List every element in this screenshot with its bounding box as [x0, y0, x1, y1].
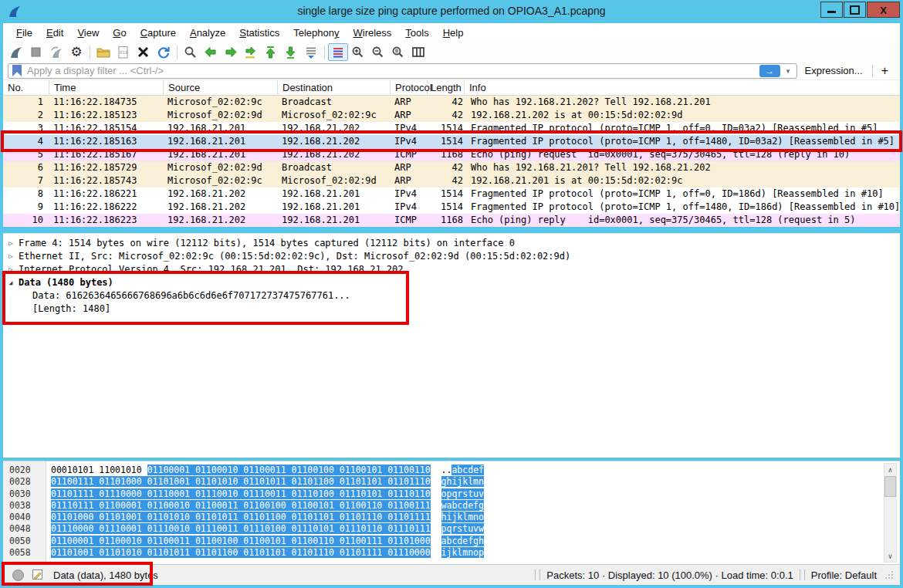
tree-expander-icon[interactable] — [3, 289, 19, 302]
filter-dropdown-button[interactable] — [783, 65, 794, 77]
scrollbar-thumb[interactable] — [884, 476, 896, 497]
column-header-destination[interactable]: Destination — [278, 80, 391, 95]
tree-expander-icon[interactable] — [3, 250, 19, 263]
display-filter-input[interactable] — [25, 64, 759, 77]
packet-row[interactable]: 4 11:16:22.185163 192.168.21.201 192.168… — [3, 135, 900, 148]
detail-line[interactable]: Data: 6162636465666768696a6b6c6d6e6f7071… — [3, 289, 900, 302]
column-header-no[interactable]: No. — [3, 80, 49, 95]
menu-item[interactable]: File — [9, 25, 39, 41]
apply-filter-button[interactable] — [759, 65, 780, 77]
byte-ascii[interactable]: ijklmnop — [431, 547, 484, 559]
save-file-button[interactable]: 010 — [113, 43, 134, 61]
go-to-bottom-button[interactable] — [281, 43, 301, 61]
packet-row[interactable]: 1 11:16:22.184735 Microsof_02:02:9c Broa… — [3, 96, 900, 109]
resize-columns-button[interactable] — [408, 43, 428, 61]
packet-row[interactable]: 5 11:16:22.185167 192.168.21.201 192.168… — [3, 148, 900, 161]
display-filter-field[interactable] — [8, 63, 797, 79]
byte-ascii[interactable]: abcdefgh — [431, 536, 484, 547]
zoom-normal-button[interactable] — [388, 43, 408, 61]
maximize-button[interactable] — [844, 2, 866, 18]
detail-line[interactable]: Frame 4: 1514 bytes on wire (12112 bits)… — [3, 237, 900, 250]
bytes-row[interactable]: 0038 01110111 01100001 01100010 01100011… — [3, 500, 900, 512]
colorize-packets-button[interactable] — [328, 43, 348, 61]
start-capture-button[interactable] — [6, 43, 26, 61]
tree-expander-icon[interactable] — [3, 276, 19, 289]
detail-line[interactable]: [Length: 1480] — [3, 302, 900, 316]
byte-ascii[interactable]: wabcdefg — [431, 500, 484, 512]
go-to-top-button[interactable] — [261, 43, 281, 61]
tree-expander-icon[interactable] — [3, 237, 19, 250]
packet-row[interactable]: 6 11:16:22.185729 Microsof_02:02:9d Broa… — [3, 161, 900, 174]
menu-item[interactable]: View — [70, 25, 106, 41]
packet-row[interactable]: 9 11:16:22.186222 192.168.21.202 192.168… — [3, 201, 900, 214]
titlebar[interactable]: single large size ping capture performed… — [0, 0, 903, 23]
go-to-packet-button[interactable] — [241, 43, 261, 61]
byte-ascii[interactable]: opqrstuv — [431, 488, 484, 500]
menu-item[interactable]: Edit — [39, 25, 70, 41]
byte-ascii[interactable]: pqrstuvw — [431, 523, 484, 535]
bytes-row[interactable]: 0040 01101000 01101001 01101010 01101011… — [3, 512, 900, 523]
stop-capture-button[interactable] — [26, 43, 46, 61]
byte-bits[interactable]: 01110111 01100001 01100010 01100011 0110… — [46, 500, 431, 512]
reload-file-button[interactable] — [154, 43, 174, 61]
menu-item[interactable]: Go — [106, 25, 133, 41]
capture-comment-icon[interactable] — [32, 569, 44, 581]
expert-info-icon[interactable] — [12, 569, 24, 581]
byte-bits[interactable]: 01100001 01100010 01100011 01100100 0110… — [46, 536, 431, 547]
menu-item[interactable]: Wireless — [347, 25, 399, 41]
close-button[interactable] — [867, 2, 900, 18]
bytes-row[interactable]: 0050 01100001 01100010 01100011 01100100… — [3, 536, 900, 547]
bytes-row[interactable]: 0058 01101001 01101010 01101011 01101100… — [3, 547, 900, 559]
byte-bits[interactable]: 00010101 11001010 01100001 01100010 0110… — [46, 465, 431, 476]
packet-row[interactable]: 8 11:16:22.186221 192.168.21.202 192.168… — [3, 188, 900, 201]
byte-bits[interactable]: 01101111 01110000 01110001 01110010 0111… — [46, 488, 431, 500]
tree-expander-icon[interactable] — [3, 263, 19, 276]
capture-options-button[interactable]: ⚙ — [66, 43, 86, 61]
detail-line[interactable]: Data (1480 bytes) — [3, 276, 900, 289]
filter-bookmark-icon[interactable] — [12, 65, 22, 76]
resize-grip[interactable] — [884, 570, 894, 580]
tree-expander-icon[interactable] — [3, 302, 19, 316]
status-profile[interactable]: Profile: Default — [811, 569, 877, 581]
byte-bits[interactable]: 01101001 01101010 01101011 01101100 0110… — [46, 547, 431, 559]
menu-item[interactable]: Tools — [398, 25, 435, 41]
menu-item[interactable]: Telephony — [286, 25, 346, 41]
add-filter-button[interactable]: + — [874, 64, 895, 78]
bytes-scrollbar[interactable] — [884, 463, 897, 563]
bytes-row[interactable]: 0030 01101111 01110000 01110001 01110010… — [3, 488, 900, 500]
zoom-in-button[interactable] — [348, 43, 368, 61]
menu-item[interactable]: Capture — [134, 25, 183, 41]
expression-button[interactable]: Expression... — [797, 65, 871, 76]
zoom-out-button[interactable] — [368, 43, 388, 61]
column-header-length[interactable]: Length — [428, 80, 465, 95]
menu-item[interactable]: Analyze — [183, 25, 232, 41]
close-file-button[interactable] — [134, 43, 154, 61]
byte-bits[interactable]: 01101000 01101001 01101010 01101011 0110… — [46, 512, 431, 523]
column-header-protocol[interactable]: Protocol — [391, 80, 428, 95]
auto-scroll-button[interactable] — [301, 43, 321, 61]
bytes-row[interactable]: 0048 01110000 01110001 01110010 01110011… — [3, 523, 900, 535]
detail-line[interactable]: Ethernet II, Src: Microsof_02:02:9c (00:… — [3, 250, 900, 263]
go-back-button[interactable] — [201, 43, 221, 61]
byte-bits[interactable]: 01110000 01110001 01110010 01110011 0111… — [46, 523, 431, 535]
restart-capture-button[interactable] — [46, 43, 66, 61]
byte-ascii[interactable]: hijklmno — [431, 512, 484, 523]
packet-row[interactable]: 2 11:16:22.185123 Microsof_02:02:9d Micr… — [3, 109, 900, 122]
packet-row[interactable]: 3 11:16:22.185154 192.168.21.201 192.168… — [3, 122, 900, 135]
packet-row[interactable]: 10 11:16:22.186223 192.168.21.202 192.16… — [3, 214, 900, 227]
open-file-button[interactable] — [93, 43, 113, 61]
byte-ascii[interactable]: ghijklmn — [431, 476, 484, 488]
go-forward-button[interactable] — [221, 43, 241, 61]
scroll-down-icon[interactable] — [884, 550, 896, 562]
packet-row[interactable]: 7 11:16:22.185743 Microsof_02:02:9c Micr… — [3, 174, 900, 188]
minimize-button[interactable] — [820, 2, 843, 18]
detail-line[interactable]: Internet Protocol Version 4, Src: 192.16… — [3, 263, 900, 276]
column-header-info[interactable]: Info — [465, 80, 900, 95]
menu-item[interactable]: Statistics — [232, 25, 286, 41]
bytes-row[interactable]: 0028 01100111 01101000 01101001 01101010… — [3, 476, 900, 488]
byte-ascii[interactable]: ..abcdef — [431, 465, 484, 476]
bytes-row[interactable]: 0020 00010101 11001010 01100001 01100010… — [3, 465, 900, 476]
column-header-source[interactable]: Source — [164, 80, 278, 95]
menu-item[interactable]: Help — [436, 25, 471, 41]
scroll-up-icon[interactable] — [884, 464, 896, 475]
